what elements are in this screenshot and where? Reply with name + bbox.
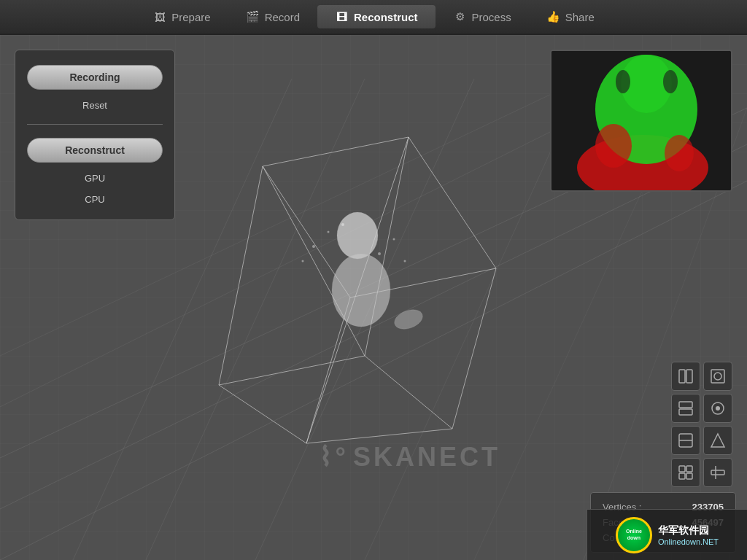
watermark: ⌇° SKANECT (319, 442, 500, 472)
view-btn-3[interactable] (671, 394, 700, 423)
view-btn-4[interactable] (703, 394, 732, 423)
svg-point-45 (714, 373, 721, 380)
svg-point-24 (337, 212, 378, 259)
svg-point-25 (332, 254, 390, 327)
svg-point-33 (404, 260, 406, 262)
left-panel: Recording Reset Reconstruct GPU CPU (15, 50, 175, 220)
panel-divider-1 (27, 124, 163, 125)
share-icon: 👍 (546, 9, 561, 24)
view-btn-5[interactable] (671, 426, 700, 455)
preview-content (551, 51, 731, 190)
svg-rect-56 (686, 473, 692, 479)
record-icon: 🎬 (246, 9, 260, 24)
badge-overlay: Onlinedown 华军软件园 Onlinedown.NET (587, 509, 747, 560)
main-area: Recording Reset Reconstruct GPU CPU (0, 35, 747, 560)
reset-label[interactable]: Reset (27, 100, 163, 111)
watermark-text: SKANECT (353, 442, 500, 472)
gpu-label[interactable]: GPU (27, 173, 163, 184)
view-btn-1[interactable] (671, 362, 700, 391)
svg-rect-57 (711, 470, 724, 475)
recording-button[interactable]: Recording (27, 65, 163, 90)
nav-reconstruct[interactable]: 🎞 Reconstruct (317, 5, 436, 28)
view-btn-2[interactable] (703, 362, 732, 391)
nav-share[interactable]: 👍 Share (529, 5, 612, 28)
svg-rect-55 (679, 473, 685, 479)
cpu-label[interactable]: CPU (27, 194, 163, 205)
nav-prepare[interactable]: 🖼 Prepare (135, 5, 228, 28)
top-navigation: 🖼 Prepare 🎬 Record 🎞 Reconstruct ⚙ Proce… (0, 0, 747, 35)
svg-point-41 (663, 70, 678, 93)
svg-point-27 (312, 245, 315, 248)
svg-point-38 (595, 124, 632, 168)
view-btn-6[interactable] (703, 426, 732, 455)
nav-record-label: Record (265, 11, 300, 23)
nav-process[interactable]: ⚙ Process (436, 5, 529, 28)
badge-site-name: 华军软件园 (658, 524, 709, 537)
svg-point-29 (302, 260, 304, 262)
view-btn-8[interactable] (703, 458, 732, 487)
svg-point-39 (665, 135, 694, 171)
svg-point-31 (393, 238, 395, 241)
svg-rect-54 (686, 466, 692, 472)
prepare-icon: 🖼 (152, 9, 167, 24)
svg-rect-43 (686, 370, 692, 383)
svg-point-30 (341, 223, 344, 226)
reconstruct-icon: 🎞 (335, 9, 349, 24)
badge-inner-text: Onlinedown (626, 529, 642, 541)
nav-prepare-label: Prepare (171, 11, 210, 23)
nav-record[interactable]: 🎬 Record (228, 5, 317, 28)
view-controls (671, 362, 732, 487)
reconstruct-button[interactable]: Reconstruct (27, 138, 163, 163)
svg-rect-42 (679, 370, 685, 383)
svg-rect-44 (711, 370, 724, 383)
badge-logo: Onlinedown (616, 517, 652, 553)
view-btn-7[interactable] (671, 458, 700, 487)
svg-rect-53 (679, 466, 685, 472)
svg-rect-46 (679, 402, 692, 408)
svg-point-32 (378, 252, 381, 255)
nav-reconstruct-label: Reconstruct (354, 11, 418, 23)
svg-rect-47 (679, 409, 692, 415)
nav-process-label: Process (472, 11, 511, 23)
svg-point-49 (716, 406, 720, 411)
svg-point-28 (328, 231, 330, 233)
preview-window (550, 50, 732, 192)
svg-point-40 (616, 70, 630, 93)
badge-url: Onlinedown.NET (658, 537, 719, 546)
nav-share-label: Share (565, 11, 595, 23)
watermark-logo: ⌇° (319, 442, 348, 472)
svg-marker-52 (711, 434, 724, 447)
process-icon: ⚙ (453, 9, 468, 24)
